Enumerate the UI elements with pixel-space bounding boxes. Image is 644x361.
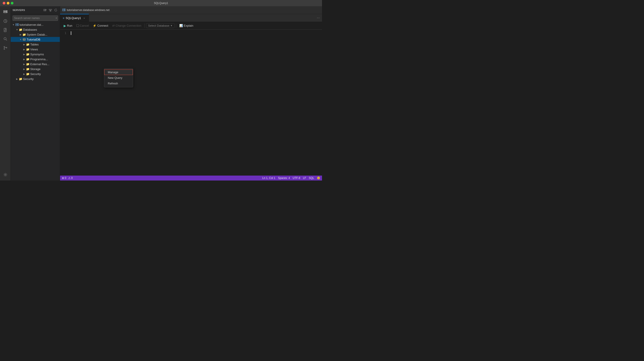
- tab-more-button[interactable]: ···: [314, 14, 322, 22]
- programmability-label: Programma...: [30, 57, 59, 61]
- svg-rect-5: [4, 28, 6, 32]
- context-menu-manage[interactable]: Manage: [104, 69, 133, 75]
- security-server-folder[interactable]: ▶ 📁 Security: [11, 76, 60, 81]
- app-container: SERVERS: [0, 6, 322, 180]
- new-file-activity-icon[interactable]: [1, 26, 10, 34]
- sidebar: SERVERS: [11, 6, 60, 180]
- svg-point-25: [18, 25, 18, 25]
- status-warnings[interactable]: ⚠ 0: [68, 176, 73, 180]
- select-database-dropdown[interactable]: Select Database ▼: [146, 23, 174, 28]
- activity-bar-bottom: [1, 171, 10, 180]
- search-input[interactable]: [12, 15, 58, 21]
- tab-close-button[interactable]: ×: [82, 16, 86, 20]
- status-errors[interactable]: ⊗ 0: [62, 176, 66, 180]
- security-server-chevron: ▶: [15, 78, 19, 80]
- text-cursor: [71, 31, 71, 35]
- svg-rect-15: [44, 10, 46, 11]
- tables-folder[interactable]: ▶ 📁 Tables: [11, 42, 60, 47]
- external-resources-label: External Res...: [30, 62, 59, 66]
- explain-button[interactable]: 📊 Explain: [178, 23, 195, 28]
- connect-label: Connect: [97, 24, 108, 27]
- activity-bar: [0, 6, 11, 180]
- close-button[interactable]: [3, 2, 6, 4]
- svg-point-2: [6, 11, 7, 11]
- search-activity-icon[interactable]: [1, 35, 10, 43]
- system-databases-folder[interactable]: ▶ 📁 System Datab...: [11, 32, 60, 37]
- change-connection-icon: ⇄: [112, 24, 115, 27]
- programmability-folder[interactable]: ▶ 📁 Programma...: [11, 57, 60, 62]
- context-menu-new-query[interactable]: New Query: [104, 75, 133, 81]
- minimize-button[interactable]: [7, 2, 10, 4]
- external-resources-folder[interactable]: ▶ 📁 External Res...: [11, 62, 60, 66]
- maximize-button[interactable]: [11, 2, 14, 4]
- synonyms-icon: 📁: [26, 53, 30, 56]
- new-query-label: New Query: [108, 76, 122, 79]
- run-button[interactable]: ▶ Run: [62, 23, 74, 28]
- storage-label: Storage: [30, 67, 59, 71]
- error-icon: ⊗: [62, 176, 64, 180]
- editor-content[interactable]: [69, 29, 322, 176]
- svg-point-29: [64, 9, 65, 9]
- git-activity-icon[interactable]: [1, 44, 10, 52]
- views-chevron: ▶: [22, 48, 26, 51]
- file-tree: ▼ tutorialserver.dat... ▼ 📁 Databases: [11, 22, 60, 180]
- databases-folder-icon: 📁: [19, 28, 22, 31]
- storage-folder[interactable]: ▶ 📁 Storage: [11, 66, 60, 71]
- system-databases-icon: 📁: [22, 33, 26, 36]
- databases-label: Databases: [22, 28, 59, 31]
- refresh-sidebar-icon[interactable]: [54, 8, 58, 12]
- status-smiley[interactable]: 😊: [317, 176, 320, 180]
- dropdown-arrow-icon: ▼: [170, 24, 172, 27]
- history-activity-icon[interactable]: [1, 17, 10, 25]
- context-menu-refresh[interactable]: Refresh: [104, 81, 133, 86]
- toolbar-separator: [144, 23, 145, 28]
- status-spaces[interactable]: Spaces: 4: [278, 176, 290, 180]
- status-encoding[interactable]: UTF-8: [293, 176, 300, 180]
- status-line-ending[interactable]: LF: [303, 176, 306, 180]
- system-databases-chevron: ▶: [19, 33, 22, 36]
- explain-label: Explain: [184, 24, 194, 27]
- svg-rect-14: [44, 9, 46, 10]
- cancel-label: Cancel: [80, 24, 89, 27]
- line-numbers: 1: [60, 29, 69, 176]
- security-db-chevron: ▶: [22, 73, 26, 75]
- error-count: 0: [65, 176, 66, 180]
- window-title: SQLQuery1: [154, 1, 168, 5]
- synonyms-folder[interactable]: ▶ 📁 Synonyms: [11, 52, 60, 57]
- tables-icon: 📁: [26, 43, 30, 46]
- sidebar-header-icons: [43, 8, 58, 12]
- sql-query-tab[interactable]: ≡ SQLQuery1 ×: [60, 14, 89, 22]
- tab-bar: ≡ SQLQuery1 × ···: [60, 14, 322, 22]
- warning-icon: ⚠: [68, 176, 70, 180]
- synonyms-chevron: ▶: [22, 53, 26, 55]
- cancel-icon: [76, 24, 79, 27]
- new-connection-icon[interactable]: [43, 8, 47, 12]
- status-language[interactable]: SQL: [309, 176, 314, 180]
- databases-folder[interactable]: ▼ 📁 Databases: [11, 27, 60, 32]
- change-connection-button[interactable]: ⇄ Change Connection: [110, 23, 143, 28]
- select-database-label: Select Database: [148, 24, 170, 27]
- security-server-icon: 📁: [19, 77, 22, 81]
- add-server-icon[interactable]: [48, 8, 53, 12]
- views-label: Views: [30, 48, 59, 51]
- tutorialdb-node[interactable]: ▼ TutorialDB: [11, 37, 60, 42]
- svg-point-30: [64, 10, 65, 11]
- status-line-col[interactable]: Ln 1, Col 1: [262, 176, 276, 180]
- programmability-icon: 📁: [26, 57, 30, 61]
- editor-area: 1 Manage New Query Refresh: [60, 29, 322, 176]
- run-label: Run: [67, 24, 72, 27]
- connect-button[interactable]: ⚡ Connect: [91, 23, 110, 28]
- svg-point-13: [5, 174, 6, 175]
- security-db-folder[interactable]: ▶ 📁 Security: [11, 71, 60, 76]
- storage-icon: 📁: [26, 67, 30, 71]
- settings-activity-icon[interactable]: [1, 171, 10, 179]
- views-folder[interactable]: ▶ 📁 Views: [11, 47, 60, 52]
- search-clear-icon[interactable]: ×: [56, 16, 57, 20]
- security-server-label: Security: [22, 77, 59, 81]
- run-icon: ▶: [64, 24, 66, 27]
- change-connection-label: Change Connection: [116, 24, 142, 27]
- cancel-button[interactable]: Cancel: [74, 23, 90, 28]
- servers-activity-icon[interactable]: [1, 8, 10, 16]
- svg-point-24: [18, 24, 18, 24]
- server-node[interactable]: ▼ tutorialserver.dat...: [11, 22, 60, 27]
